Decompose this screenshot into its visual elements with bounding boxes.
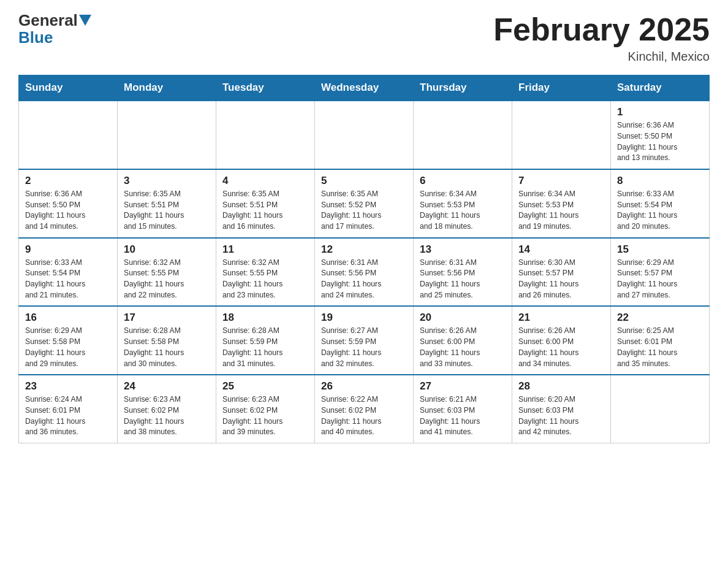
calendar-week-row: 16Sunrise: 6:29 AM Sunset: 5:58 PM Dayli… xyxy=(19,306,710,375)
day-info: Sunrise: 6:21 AM Sunset: 6:03 PM Dayligh… xyxy=(420,394,506,438)
table-row xyxy=(512,101,611,169)
col-wednesday: Wednesday xyxy=(315,75,414,101)
table-row xyxy=(118,101,216,169)
day-info: Sunrise: 6:23 AM Sunset: 6:02 PM Dayligh… xyxy=(222,394,308,438)
day-number: 3 xyxy=(124,175,210,187)
calendar-header-row: Sunday Monday Tuesday Wednesday Thursday… xyxy=(19,75,710,101)
day-info: Sunrise: 6:34 AM Sunset: 5:53 PM Dayligh… xyxy=(518,189,604,232)
table-row: 19Sunrise: 6:27 AM Sunset: 5:59 PM Dayli… xyxy=(315,306,414,375)
day-number: 7 xyxy=(518,175,604,187)
day-number: 24 xyxy=(124,380,210,393)
day-info: Sunrise: 6:35 AM Sunset: 5:52 PM Dayligh… xyxy=(321,189,407,232)
day-info: Sunrise: 6:33 AM Sunset: 5:54 PM Dayligh… xyxy=(25,258,111,301)
day-info: Sunrise: 6:31 AM Sunset: 5:56 PM Dayligh… xyxy=(321,258,407,301)
day-info: Sunrise: 6:35 AM Sunset: 5:51 PM Dayligh… xyxy=(124,189,210,232)
table-row: 12Sunrise: 6:31 AM Sunset: 5:56 PM Dayli… xyxy=(315,238,414,307)
table-row xyxy=(611,375,710,443)
day-number: 17 xyxy=(124,312,210,324)
logo-triangle-icon xyxy=(79,15,91,26)
day-info: Sunrise: 6:27 AM Sunset: 5:59 PM Dayligh… xyxy=(321,326,407,369)
col-tuesday: Tuesday xyxy=(216,75,315,101)
table-row: 14Sunrise: 6:30 AM Sunset: 5:57 PM Dayli… xyxy=(512,238,611,307)
day-number: 21 xyxy=(518,312,604,324)
table-row: 23Sunrise: 6:24 AM Sunset: 6:01 PM Dayli… xyxy=(19,375,118,443)
table-row: 27Sunrise: 6:21 AM Sunset: 6:03 PM Dayli… xyxy=(414,375,512,443)
day-info: Sunrise: 6:32 AM Sunset: 5:55 PM Dayligh… xyxy=(124,258,210,301)
day-info: Sunrise: 6:33 AM Sunset: 5:54 PM Dayligh… xyxy=(617,189,703,232)
table-row xyxy=(414,101,512,169)
day-info: Sunrise: 6:29 AM Sunset: 5:58 PM Dayligh… xyxy=(25,326,111,369)
day-number: 2 xyxy=(25,175,111,187)
table-row: 10Sunrise: 6:32 AM Sunset: 5:55 PM Dayli… xyxy=(118,238,216,307)
day-info: Sunrise: 6:32 AM Sunset: 5:55 PM Dayligh… xyxy=(222,258,308,301)
day-info: Sunrise: 6:22 AM Sunset: 6:02 PM Dayligh… xyxy=(321,394,407,438)
table-row: 4Sunrise: 6:35 AM Sunset: 5:51 PM Daylig… xyxy=(216,169,315,238)
day-info: Sunrise: 6:26 AM Sunset: 6:00 PM Dayligh… xyxy=(420,326,506,369)
day-number: 13 xyxy=(420,243,506,256)
day-number: 27 xyxy=(420,380,506,393)
day-number: 23 xyxy=(25,380,111,393)
day-info: Sunrise: 6:31 AM Sunset: 5:56 PM Dayligh… xyxy=(420,258,506,301)
table-row xyxy=(19,101,118,169)
col-friday: Friday xyxy=(512,75,611,101)
calendar-week-row: 1Sunrise: 6:36 AM Sunset: 5:50 PM Daylig… xyxy=(19,101,710,169)
day-info: Sunrise: 6:35 AM Sunset: 5:51 PM Dayligh… xyxy=(222,189,308,232)
table-row: 15Sunrise: 6:29 AM Sunset: 5:57 PM Dayli… xyxy=(611,238,710,307)
day-info: Sunrise: 6:30 AM Sunset: 5:57 PM Dayligh… xyxy=(518,258,604,301)
table-row: 28Sunrise: 6:20 AM Sunset: 6:03 PM Dayli… xyxy=(512,375,611,443)
table-row: 6Sunrise: 6:34 AM Sunset: 5:53 PM Daylig… xyxy=(414,169,512,238)
table-row: 5Sunrise: 6:35 AM Sunset: 5:52 PM Daylig… xyxy=(315,169,414,238)
calendar-week-row: 2Sunrise: 6:36 AM Sunset: 5:50 PM Daylig… xyxy=(19,169,710,238)
day-number: 15 xyxy=(617,243,703,256)
day-info: Sunrise: 6:25 AM Sunset: 6:01 PM Dayligh… xyxy=(617,326,703,369)
table-row: 2Sunrise: 6:36 AM Sunset: 5:50 PM Daylig… xyxy=(19,169,118,238)
table-row: 1Sunrise: 6:36 AM Sunset: 5:50 PM Daylig… xyxy=(611,101,710,169)
col-sunday: Sunday xyxy=(19,75,118,101)
calendar-week-row: 9Sunrise: 6:33 AM Sunset: 5:54 PM Daylig… xyxy=(19,238,710,307)
day-number: 1 xyxy=(617,106,703,118)
month-title: February 2025 xyxy=(493,12,710,47)
day-info: Sunrise: 6:23 AM Sunset: 6:02 PM Dayligh… xyxy=(124,394,210,438)
day-number: 10 xyxy=(124,243,210,256)
day-info: Sunrise: 6:24 AM Sunset: 6:01 PM Dayligh… xyxy=(25,394,111,438)
day-info: Sunrise: 6:34 AM Sunset: 5:53 PM Dayligh… xyxy=(420,189,506,232)
day-info: Sunrise: 6:20 AM Sunset: 6:03 PM Dayligh… xyxy=(518,394,604,438)
day-number: 25 xyxy=(222,380,308,393)
location: Kinchil, Mexico xyxy=(493,50,710,64)
day-number: 26 xyxy=(321,380,407,393)
col-thursday: Thursday xyxy=(414,75,512,101)
day-number: 12 xyxy=(321,243,407,256)
table-row: 21Sunrise: 6:26 AM Sunset: 6:00 PM Dayli… xyxy=(512,306,611,375)
table-row: 3Sunrise: 6:35 AM Sunset: 5:51 PM Daylig… xyxy=(118,169,216,238)
col-monday: Monday xyxy=(118,75,216,101)
calendar-week-row: 23Sunrise: 6:24 AM Sunset: 6:01 PM Dayli… xyxy=(19,375,710,443)
day-number: 8 xyxy=(617,175,703,187)
day-info: Sunrise: 6:28 AM Sunset: 5:58 PM Dayligh… xyxy=(124,326,210,369)
table-row: 7Sunrise: 6:34 AM Sunset: 5:53 PM Daylig… xyxy=(512,169,611,238)
table-row xyxy=(315,101,414,169)
day-info: Sunrise: 6:36 AM Sunset: 5:50 PM Dayligh… xyxy=(617,120,703,164)
table-row: 20Sunrise: 6:26 AM Sunset: 6:00 PM Dayli… xyxy=(414,306,512,375)
day-number: 22 xyxy=(617,312,703,324)
table-row: 25Sunrise: 6:23 AM Sunset: 6:02 PM Dayli… xyxy=(216,375,315,443)
page-header: General Blue February 2025 Kinchil, Mexi… xyxy=(18,12,710,64)
day-number: 11 xyxy=(222,243,308,256)
table-row: 13Sunrise: 6:31 AM Sunset: 5:56 PM Dayli… xyxy=(414,238,512,307)
table-row: 11Sunrise: 6:32 AM Sunset: 5:55 PM Dayli… xyxy=(216,238,315,307)
table-row: 26Sunrise: 6:22 AM Sunset: 6:02 PM Dayli… xyxy=(315,375,414,443)
day-number: 4 xyxy=(222,175,308,187)
logo-blue-text: Blue xyxy=(18,28,53,47)
day-number: 20 xyxy=(420,312,506,324)
table-row: 8Sunrise: 6:33 AM Sunset: 5:54 PM Daylig… xyxy=(611,169,710,238)
table-row: 22Sunrise: 6:25 AM Sunset: 6:01 PM Dayli… xyxy=(611,306,710,375)
logo-general-text: General xyxy=(18,12,78,28)
calendar-table: Sunday Monday Tuesday Wednesday Thursday… xyxy=(18,75,710,443)
table-row: 16Sunrise: 6:29 AM Sunset: 5:58 PM Dayli… xyxy=(19,306,118,375)
logo: General Blue xyxy=(18,12,93,47)
day-info: Sunrise: 6:28 AM Sunset: 5:59 PM Dayligh… xyxy=(222,326,308,369)
table-row: 24Sunrise: 6:23 AM Sunset: 6:02 PM Dayli… xyxy=(118,375,216,443)
day-number: 9 xyxy=(25,243,111,256)
day-number: 28 xyxy=(518,380,604,393)
day-info: Sunrise: 6:36 AM Sunset: 5:50 PM Dayligh… xyxy=(25,189,111,232)
table-row xyxy=(216,101,315,169)
